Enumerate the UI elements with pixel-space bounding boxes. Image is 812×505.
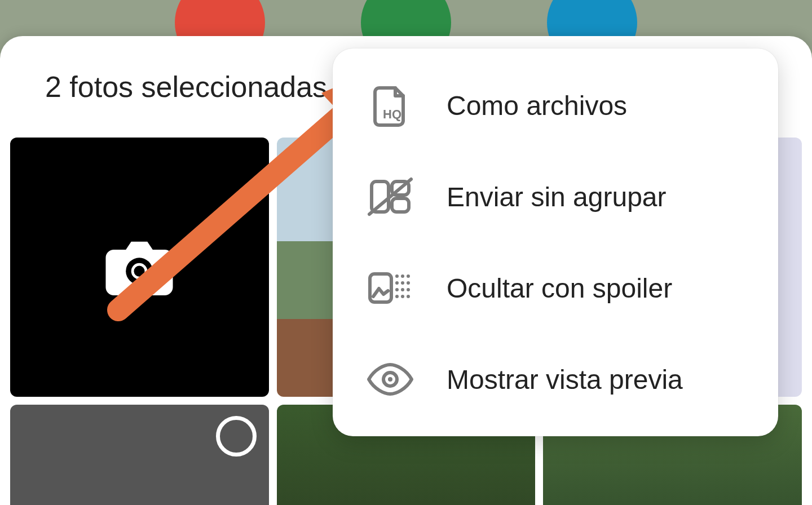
svg-text:HQ: HQ: [383, 107, 401, 121]
svg-point-19: [407, 288, 410, 291]
menu-item-hide-spoiler[interactable]: Ocultar con spoiler: [333, 242, 778, 334]
send-options-menu: HQ Como archivos Enviar sin agrupar: [333, 48, 778, 436]
ungroup-icon: [367, 176, 414, 218]
svg-point-24: [388, 377, 392, 382]
svg-point-17: [395, 288, 399, 291]
svg-line-9: [369, 179, 411, 214]
menu-label: Como archivos: [447, 90, 627, 121]
menu-label: Enviar sin agrupar: [447, 181, 667, 212]
eye-icon: [367, 358, 414, 400]
menu-item-show-preview[interactable]: Mostrar vista previa: [333, 334, 778, 425]
svg-point-11: [395, 274, 399, 278]
camera-icon: [105, 239, 173, 295]
camera-tile[interactable]: [10, 138, 269, 397]
svg-point-16: [407, 281, 410, 285]
photo-tile[interactable]: [10, 405, 269, 505]
svg-point-13: [407, 274, 410, 278]
menu-label: Mostrar vista previa: [447, 364, 683, 395]
svg-point-18: [401, 288, 404, 291]
svg-point-15: [401, 281, 404, 285]
svg-rect-8: [392, 198, 409, 212]
menu-item-as-files[interactable]: HQ Como archivos: [333, 60, 778, 151]
spoiler-icon: [367, 267, 414, 309]
selection-circle-icon[interactable]: [216, 416, 257, 457]
svg-point-20: [395, 295, 399, 298]
svg-point-14: [395, 281, 399, 285]
menu-item-send-ungrouped[interactable]: Enviar sin agrupar: [333, 151, 778, 242]
svg-point-2: [134, 266, 145, 277]
svg-point-22: [407, 295, 410, 298]
menu-label: Ocultar con spoiler: [447, 273, 672, 304]
svg-point-21: [401, 295, 404, 298]
hq-file-icon: HQ: [367, 85, 414, 126]
svg-point-12: [401, 274, 404, 278]
